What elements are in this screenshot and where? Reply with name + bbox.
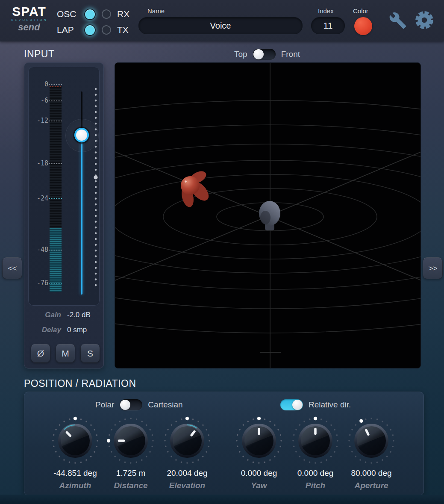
listener-head bbox=[259, 201, 280, 230]
pitch-knob[interactable] bbox=[290, 415, 341, 466]
meter-tick bbox=[49, 250, 62, 251]
relative-toggle-thumb[interactable] bbox=[292, 400, 303, 410]
delay-label: Delay bbox=[24, 326, 61, 334]
color-label: Color bbox=[353, 7, 368, 15]
distance-value[interactable]: 1.725 m bbox=[103, 469, 159, 478]
phase-button[interactable]: Ø bbox=[31, 344, 50, 363]
aperture-value[interactable]: 80.000 deg bbox=[344, 469, 399, 478]
aperture-knob[interactable] bbox=[346, 415, 397, 466]
view-toggle[interactable] bbox=[253, 49, 276, 60]
rx-radio[interactable] bbox=[102, 9, 111, 19]
meter-tick bbox=[49, 283, 62, 284]
position-section-title: POSITION / RADIATION bbox=[24, 378, 136, 389]
azimuth-knob-group: -44.851 deg Azimuth bbox=[47, 415, 103, 490]
coord-toggle-thumb[interactable] bbox=[120, 400, 130, 410]
pitch-zero-dot bbox=[314, 417, 317, 420]
osc-radio[interactable] bbox=[84, 9, 96, 20]
meter-scale-6: -6 bbox=[29, 97, 48, 104]
elevation-label: Elevation bbox=[159, 481, 215, 490]
prev-source-button[interactable]: << bbox=[2, 257, 22, 279]
view-top-label[interactable]: Top bbox=[234, 50, 247, 59]
color-swatch[interactable] bbox=[354, 17, 372, 35]
elevation-zero-dot bbox=[185, 417, 189, 420]
gain-value[interactable]: -2.0 dB bbox=[67, 311, 91, 319]
relative-dir-toggle[interactable] bbox=[280, 399, 303, 410]
azimuth-label: Azimuth bbox=[47, 481, 103, 490]
gain-fader-knob[interactable] bbox=[74, 128, 89, 142]
pitch-label: Pitch bbox=[288, 481, 343, 490]
yaw-zero-dot bbox=[257, 417, 261, 420]
lap-label: LAP bbox=[57, 25, 82, 35]
source-object[interactable] bbox=[179, 169, 212, 209]
meter-scale-18: -18 bbox=[29, 159, 48, 167]
fader-dot-scale bbox=[91, 86, 100, 292]
azimuth-knob[interactable] bbox=[50, 415, 101, 466]
solo-button[interactable]: S bbox=[80, 344, 100, 363]
logo-title: SPAT bbox=[11, 5, 47, 18]
coord-toggle[interactable] bbox=[120, 399, 142, 410]
position-panel: Polar Cartesian Relative dir. -44.851 de… bbox=[24, 392, 424, 495]
meter-tick bbox=[49, 84, 62, 85]
osc-label: OSC bbox=[57, 9, 82, 19]
meter-scale-48: -48 bbox=[29, 246, 48, 253]
pitch-value[interactable]: 0.000 deg bbox=[288, 469, 343, 478]
scene-canvas bbox=[115, 63, 421, 368]
wrench-icon[interactable] bbox=[389, 12, 407, 29]
aperture-knob-group: 80.000 deg Aperture bbox=[344, 415, 399, 490]
relative-dir-label[interactable]: Relative dir. bbox=[309, 400, 351, 410]
next-source-button[interactable]: >> bbox=[423, 257, 443, 279]
azimuth-value[interactable]: -44.851 deg bbox=[47, 469, 103, 478]
tx-radio[interactable] bbox=[102, 25, 111, 35]
name-input[interactable]: Voice bbox=[138, 17, 303, 34]
input-section-title: INPUT bbox=[24, 48, 55, 60]
header-bar: SPAT REVOLUTION send OSC RX LAP TX Name … bbox=[0, 0, 444, 41]
delay-value[interactable]: 0 smp bbox=[67, 326, 87, 334]
view-toggle-row: Top Front bbox=[234, 49, 300, 60]
spat-send-window: SPAT REVOLUTION send OSC RX LAP TX Name … bbox=[0, 0, 444, 504]
input-panel: 0 -6 -12 -18 -24 -48 -76 bbox=[24, 62, 104, 368]
elevation-value[interactable]: 20.004 deg bbox=[159, 469, 215, 478]
view-toggle-thumb[interactable] bbox=[253, 49, 264, 59]
index-value[interactable]: 11 bbox=[311, 17, 345, 34]
yaw-knob[interactable] bbox=[233, 415, 285, 466]
aperture-pos-dot bbox=[359, 419, 364, 423]
osc-rx-row: OSC RX bbox=[57, 7, 129, 21]
fader-track-active[interactable] bbox=[81, 135, 82, 295]
distance-knob-group: 1.725 m Distance bbox=[103, 415, 159, 490]
cartesian-label[interactable]: Cartesian bbox=[148, 400, 182, 410]
level-meter: 0 -6 -12 -18 -24 -48 -76 bbox=[28, 67, 100, 306]
meter-peak-tick bbox=[49, 198, 62, 199]
footer-strip bbox=[0, 495, 444, 504]
protocol-toggles: OSC RX LAP TX bbox=[57, 7, 129, 38]
relative-toggle-row: Relative dir. bbox=[280, 399, 351, 410]
azimuth-zero-dot bbox=[74, 417, 77, 420]
coord-toggle-row: Polar Cartesian bbox=[95, 399, 183, 410]
lap-radio[interactable] bbox=[84, 24, 96, 36]
polar-label[interactable]: Polar bbox=[95, 400, 114, 410]
yaw-value[interactable]: 0.000 deg bbox=[231, 469, 287, 478]
gain-row: Gain -2.0 dB bbox=[24, 311, 103, 319]
distance-knob[interactable] bbox=[105, 415, 156, 466]
yaw-label: Yaw bbox=[231, 481, 287, 490]
scene-viewport[interactable] bbox=[115, 62, 421, 368]
meter-scale-0: 0 bbox=[29, 80, 48, 88]
view-front-label[interactable]: Front bbox=[281, 50, 300, 59]
logo-mode: send bbox=[11, 22, 47, 33]
meter-scale-12: -12 bbox=[29, 117, 48, 124]
name-label: Name bbox=[147, 7, 165, 15]
index-label: Index bbox=[318, 7, 334, 15]
meter-scale-76: -76 bbox=[29, 279, 48, 287]
rx-label: RX bbox=[117, 9, 129, 19]
meter-tick bbox=[49, 121, 62, 121]
lap-tx-row: LAP TX bbox=[57, 23, 129, 37]
delay-row: Delay 0 smp bbox=[24, 326, 103, 334]
meter-tick bbox=[49, 163, 62, 164]
gear-icon[interactable] bbox=[415, 11, 434, 29]
tx-label: TX bbox=[117, 25, 129, 35]
meter-bar bbox=[50, 86, 62, 292]
mute-button[interactable]: M bbox=[56, 344, 75, 363]
meter-scale-24: -24 bbox=[29, 195, 48, 202]
elevation-knob[interactable] bbox=[162, 415, 213, 466]
meter-level-fill bbox=[50, 228, 62, 292]
distance-min-dot bbox=[107, 439, 110, 442]
